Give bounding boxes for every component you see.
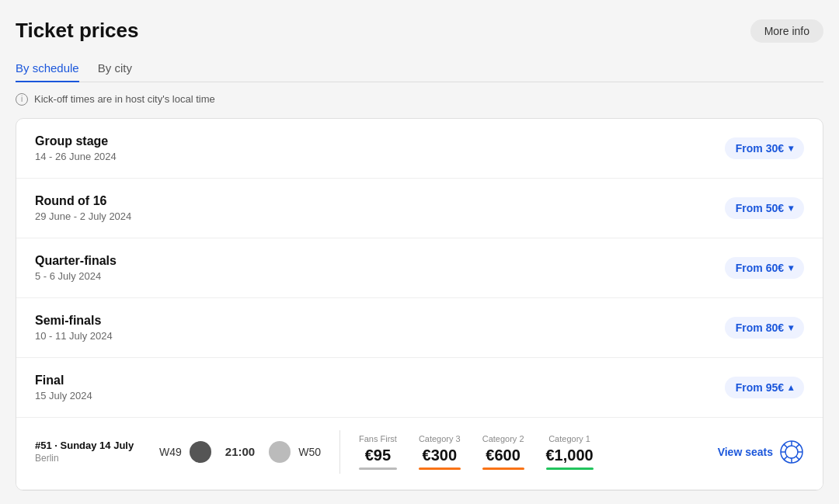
- stage-name-sf: Semi-finals: [35, 314, 113, 328]
- stage-name-qf: Quarter-finals: [35, 254, 117, 268]
- info-text: Kick-off times are in host city's local …: [34, 93, 215, 105]
- stage-info-qf: Quarter-finals 5 - 6 July 2024: [35, 254, 117, 282]
- tab-by-city[interactable]: By city: [98, 55, 132, 82]
- cat-label-0: Fans First: [359, 434, 397, 443]
- ticket-cat-fans-first: Fans First €95: [359, 434, 397, 470]
- info-row: i Kick-off times are in host city's loca…: [16, 93, 823, 106]
- stage-date-final: 15 July 2024: [35, 390, 92, 401]
- stage-name-r16: Round of 16: [35, 194, 131, 208]
- page-wrapper: Ticket prices More info By schedule By c…: [0, 0, 839, 504]
- stage-name-group: Group stage: [35, 134, 117, 148]
- schedule-row-qf: Quarter-finals 5 - 6 July 2024 From 60€ …: [16, 238, 823, 298]
- tabs-row: By schedule By city: [16, 55, 823, 82]
- price-divider: [339, 430, 340, 474]
- cat-price-3: €1,000: [546, 447, 594, 464]
- stadium-icon: [779, 440, 804, 464]
- team1-ball: [190, 441, 211, 463]
- chevron-down-icon: ▾: [789, 322, 793, 333]
- stage-date-r16: 29 June - 2 July 2024: [35, 210, 131, 222]
- schedule-row-sf: Semi-finals 10 - 11 July 2024 From 80€ ▾: [16, 298, 823, 358]
- match-location: Berlin: [35, 453, 144, 464]
- match-number: #51 · Sunday 14 July: [35, 440, 144, 451]
- header-row: Ticket prices More info: [16, 19, 823, 43]
- match-time: 21:00: [225, 445, 255, 458]
- price-badge-group[interactable]: From 30€ ▾: [725, 137, 804, 159]
- schedule-row-group-stage: Group stage 14 - 26 June 2024 From 30€ ▾: [16, 119, 823, 179]
- price-badge-r16[interactable]: From 50€ ▾: [725, 197, 804, 219]
- page-title: Ticket prices: [16, 19, 139, 43]
- schedule-row-r16: Round of 16 29 June - 2 July 2024 From 5…: [16, 179, 823, 238]
- ticket-cat-cat2: Category 2 €600: [482, 434, 524, 470]
- chevron-down-icon: ▾: [789, 203, 793, 214]
- cat-bar-2: [482, 468, 524, 470]
- final-row-main: Final 15 July 2024 From 95€ ▴: [16, 358, 823, 417]
- schedule-card: Group stage 14 - 26 June 2024 From 30€ ▾…: [16, 118, 823, 491]
- cat-bar-1: [419, 468, 461, 470]
- cat-label-3: Category 1: [548, 434, 590, 443]
- ticket-cat-cat3: Category 3 €300: [419, 434, 461, 470]
- stage-date-sf: 10 - 11 July 2024: [35, 330, 113, 342]
- cat-label-1: Category 3: [419, 434, 461, 443]
- svg-line-6: [784, 444, 787, 447]
- match-row: #51 · Sunday 14 July Berlin W49 21:00 W5…: [35, 430, 804, 474]
- price-badge-final[interactable]: From 95€ ▴: [725, 377, 804, 398]
- cat-price-1: €300: [423, 447, 458, 464]
- stage-info-group: Group stage 14 - 26 June 2024: [35, 134, 117, 162]
- more-info-button[interactable]: More info: [750, 19, 823, 43]
- team2-label: W50: [298, 446, 321, 458]
- match-info: #51 · Sunday 14 July Berlin: [35, 440, 144, 464]
- cat-price-2: €600: [486, 447, 520, 464]
- cat-bar-0: [359, 468, 397, 470]
- chevron-down-icon: ▾: [789, 143, 793, 154]
- svg-line-9: [784, 456, 787, 459]
- stage-date-qf: 5 - 6 July 2024: [35, 270, 117, 282]
- final-expanded-content: #51 · Sunday 14 July Berlin W49 21:00 W5…: [16, 417, 823, 489]
- ticket-cat-cat1: Category 1 €1,000: [546, 434, 594, 470]
- view-seats-button[interactable]: View seats: [718, 440, 804, 464]
- chevron-up-icon: ▴: [789, 382, 793, 393]
- schedule-row-final: Final 15 July 2024 From 95€ ▴ #51 · Sund…: [16, 358, 823, 490]
- team2-ball: [269, 441, 291, 463]
- svg-line-7: [796, 456, 799, 459]
- stage-date-group: 14 - 26 June 2024: [35, 151, 117, 162]
- cat-bar-3: [546, 468, 594, 470]
- price-badge-sf[interactable]: From 80€ ▾: [725, 317, 804, 339]
- svg-line-8: [796, 444, 799, 447]
- stage-info-r16: Round of 16 29 June - 2 July 2024: [35, 194, 131, 222]
- stage-name-final: Final: [35, 374, 92, 388]
- chevron-down-icon: ▾: [789, 262, 793, 273]
- team1-label: W49: [159, 446, 182, 458]
- cat-label-2: Category 2: [482, 434, 524, 443]
- match-teams: W49 21:00 W50: [159, 441, 321, 463]
- stage-info-sf: Semi-finals 10 - 11 July 2024: [35, 314, 113, 342]
- tab-by-schedule[interactable]: By schedule: [16, 55, 79, 82]
- price-badge-qf[interactable]: From 60€ ▾: [725, 257, 804, 279]
- cat-price-0: €95: [365, 447, 391, 464]
- ticket-categories: Fans First €95 Category 3 €300 Categ: [359, 434, 702, 470]
- info-icon: i: [16, 93, 28, 106]
- stage-info-final: Final 15 July 2024: [35, 374, 92, 401]
